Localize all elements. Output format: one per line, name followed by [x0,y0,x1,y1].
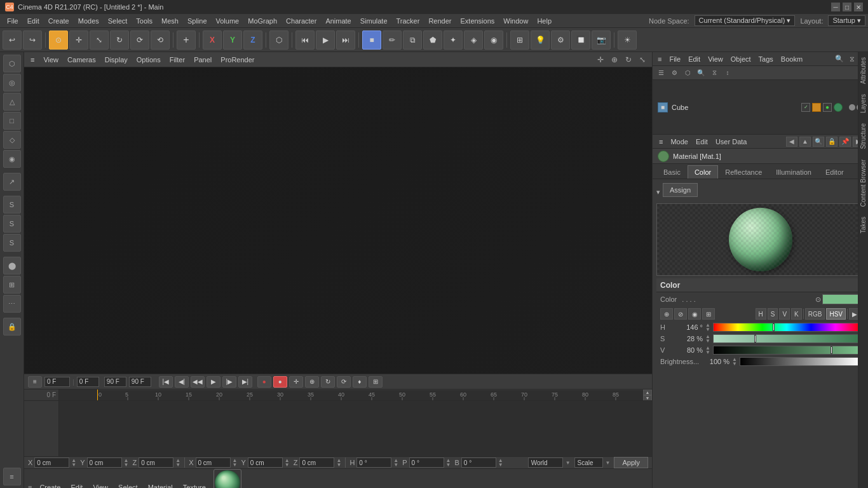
v-down-arrow[interactable]: ▼ [705,350,710,355]
obj-menu-object[interactable]: Object [728,54,754,64]
menu-mograph[interactable]: MoGraph [243,16,281,26]
render-settings-button[interactable]: ⚙ [551,30,570,50]
tag-material[interactable] [834,103,843,112]
menu-animate[interactable]: Animate [321,16,355,26]
color-swatch[interactable] [822,294,860,304]
material-item-1[interactable]: Mat.1 [214,469,241,488]
color-mode-HSV[interactable]: HSV [826,308,846,320]
coord-h-down[interactable]: ▼ [393,463,398,467]
h-down-arrow[interactable]: ▼ [705,327,710,332]
attr-expand-icon[interactable]: ▾ [656,188,660,196]
obj-tb-btn4[interactable]: 🔍 [695,68,707,78]
side-tab-takes[interactable]: Takes [858,212,868,238]
scale-dropdown[interactable]: Scale ▼ [574,458,611,468]
mat-menu-edit[interactable]: Edit [68,482,85,489]
attr-pin-btn[interactable]: 📌 [839,137,851,147]
side-tab-attributes[interactable]: Attributes [858,52,868,89]
timeline-btn-1[interactable]: ✛ [289,376,303,388]
coord-ox-down[interactable]: ▼ [233,463,238,467]
vp-menu-panel[interactable]: Panel [191,55,214,65]
vp-icon-1[interactable]: ✛ [595,54,606,65]
val-slider[interactable] [713,346,860,355]
vp-icon-2[interactable]: ⊕ [609,54,620,65]
s-down-arrow[interactable]: ▼ [705,339,710,343]
color-mode-H[interactable]: H [756,308,766,320]
side-tab-layers[interactable]: Layers [858,89,868,118]
menu-extensions[interactable]: Extensions [456,16,499,26]
current-frame-input[interactable] [44,377,70,387]
obj-menu-tags[interactable]: Tags [756,54,776,64]
render-view-button[interactable]: 🔲 [571,30,590,50]
sidebar-btn-6[interactable]: ◉ [3,150,21,168]
attr-menu-icon[interactable]: ≡ [656,137,665,147]
vp-menu-view[interactable]: View [41,55,61,65]
h-arrows[interactable]: ▲ ▼ [705,323,710,332]
color-mode-K[interactable]: K [791,308,802,320]
obj-tb-btn1[interactable]: ☰ [655,68,667,78]
menu-window[interactable]: Window [499,16,532,26]
scale-arrow[interactable]: ▼ [606,460,611,466]
generator-button[interactable]: ⧉ [403,30,422,50]
transform-button[interactable]: ⟳ [130,30,149,50]
material-button[interactable]: ◉ [484,30,503,50]
live-selection-button[interactable]: ⊙ [49,30,68,50]
attr-lock-btn[interactable]: 🔒 [826,137,837,147]
prev-keyframe-button[interactable]: ◀| [175,376,189,388]
color-icon-eyedrop[interactable]: ⊘ [674,308,687,320]
world-arrow[interactable]: ▼ [566,460,571,466]
world-dropdown[interactable]: World ▼ [528,458,571,468]
tab-reflectance[interactable]: Reflectance [718,165,769,179]
obj-menu-bookm[interactable]: Bookm [778,54,805,64]
render-to-pic-button[interactable]: 📷 [592,30,611,50]
mat-menu-material[interactable]: Material [146,482,175,489]
sidebar-btn-7[interactable]: ↗ [3,173,21,191]
sidebar-btn-13[interactable]: ⋯ [3,295,21,313]
menu-select[interactable]: Select [104,16,132,26]
viewport[interactable] [24,67,652,374]
obj-tb-btn3[interactable]: ⬡ [682,68,693,78]
sat-slider[interactable] [713,334,860,343]
sidebar-btn-11[interactable]: ⬤ [3,257,21,274]
tag-phong[interactable] [812,103,821,112]
coord-oz-down[interactable]: ▼ [336,463,341,467]
next-frame-button[interactable]: ⏭ [336,30,355,50]
attr-back-btn[interactable]: ◀ [786,137,797,147]
end-frame2-input[interactable] [129,377,151,387]
redo2-button[interactable]: ⟲ [151,30,170,50]
mat-menu-select[interactable]: Select [116,482,140,489]
s-arrows[interactable]: ▲ ▼ [705,334,710,343]
object-row-cube[interactable]: ■ Cube ✓ ● [658,102,863,112]
ruler-scroll-down[interactable]: ▼ [643,395,652,401]
menu-mesh[interactable]: Mesh [157,16,183,26]
camera-button[interactable]: ⊞ [510,30,529,50]
menu-render[interactable]: Render [424,16,456,26]
sidebar-btn-2[interactable]: ◎ [3,74,21,92]
attr-up-btn[interactable]: ▲ [799,137,811,147]
axis-x-button[interactable]: X [203,30,222,50]
play-button[interactable]: ▶ [316,30,335,50]
timeline-btn-4[interactable]: ⟳ [337,376,351,388]
color-icon-mix[interactable]: ⊕ [660,308,673,320]
deformer-button[interactable]: ⬟ [423,30,442,50]
tab-editor[interactable]: Editor [818,165,851,179]
attr-menu-userdata[interactable]: User Data [713,137,750,147]
sidebar-btn-4[interactable]: □ [3,112,21,130]
sidebar-btn-12[interactable]: ⊞ [3,276,21,294]
field-button[interactable]: ◈ [464,30,483,50]
side-tab-structure[interactable]: Structure [858,118,868,154]
vp-menu-display[interactable]: Display [102,55,130,65]
sidebar-btn-9[interactable]: S [3,215,21,233]
obj-menu-view[interactable]: View [705,54,726,64]
move-button[interactable]: ✛ [69,30,88,50]
sidebar-btn-8[interactable]: S [3,196,21,214]
add-button[interactable]: + [177,30,196,50]
menu-character[interactable]: Character [281,16,321,26]
sidebar-btn-3[interactable]: △ [3,93,21,111]
axis-z-button[interactable]: Z [243,30,262,50]
timeline-btn-2[interactable]: ⊕ [305,376,319,388]
menu-modes[interactable]: Modes [74,16,104,26]
coord-oy-down[interactable]: ▼ [285,463,290,467]
coord-b-down[interactable]: ▼ [498,463,503,467]
sidebar-bottom-btn[interactable]: ≡ [3,468,21,485]
color-icon-3[interactable]: ◉ [688,308,701,320]
